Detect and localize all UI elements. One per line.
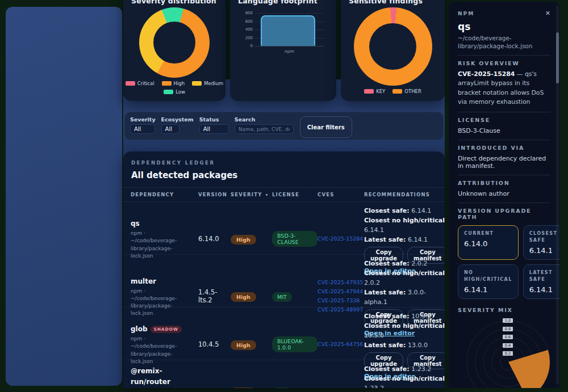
risk-overview-heading: RISK OVERVIEW <box>458 60 550 66</box>
legend-item-high[interactable]: High <box>162 81 185 86</box>
sort-descending-icon[interactable]: ▾ <box>266 192 269 197</box>
close-icon[interactable]: ✕ <box>545 10 550 17</box>
ecosystem-filter-group: Ecosystem All <box>161 116 194 134</box>
risk-overview-text: CVE-2025-15284 — qs's arrayLimit bypass … <box>458 70 550 107</box>
cve-link[interactable]: CVE-2025-7338 <box>318 297 364 305</box>
bar-plot: 800 600 400 200 0 <box>255 13 324 46</box>
table-row-multer[interactable]: multer npm · ~/code/beverage-library/pac… <box>123 255 445 307</box>
severity-mix-heading: SEVERITY MIX <box>458 307 550 313</box>
chart-title: Severity distribution <box>131 0 218 5</box>
license-heading: LICENSE <box>458 117 550 123</box>
license-value: BSD-3-Clause <box>458 127 550 134</box>
column-header-severity[interactable]: SEVERITY▾ <box>231 192 272 197</box>
sensitive-findings-card: Sensitive findings KEY OTHER <box>341 0 445 101</box>
recommendations-cell: Closest safe: 1.23.2 Closest no high/cri… <box>364 360 445 388</box>
upgrade-card-no-high-critical[interactable]: NO HIGH/CRITICAL 6.14.1 <box>458 264 519 299</box>
rec-label-latest-safe: Latest safe: <box>364 289 406 296</box>
severity-filter-label: Severity <box>130 116 156 123</box>
upgrade-card-label: CURRENT <box>464 230 512 237</box>
status-filter-select[interactable]: All <box>199 124 229 134</box>
attribution-heading: ATTRIBUTION <box>458 180 550 186</box>
rec-value-closest-safe: 6.14.1 <box>411 207 431 214</box>
legend-item-critical[interactable]: Critical <box>126 81 154 86</box>
polar-tick-label: 0.2 <box>503 351 513 356</box>
version-cell: 1.23.0 <box>198 387 231 389</box>
rec-label-no-high-critical: Closest no high/critical: <box>364 217 445 224</box>
legend-item-medium[interactable]: Medium <box>192 81 223 86</box>
dependency-cell: multer npm · ~/code/beverage-library/pac… <box>131 275 198 317</box>
rec-label-closest-safe: Closest safe: <box>364 313 410 320</box>
severity-cell: High <box>231 386 272 389</box>
column-header-severity-label: SEVERITY <box>231 192 262 197</box>
dependency-path: npm · ~/code/beverage-library/package-lo… <box>131 288 192 317</box>
chart-title: Language footprint <box>238 0 328 5</box>
medium-swatch-icon <box>192 81 202 86</box>
package-name: qs <box>458 21 550 32</box>
column-header-recommendations: RECOMMENDATIONS <box>364 192 437 197</box>
cve-link[interactable]: CVE-2025-47935 <box>318 279 364 286</box>
upgrade-card-latest-safe[interactable]: LATEST SAFE 6.14.1 <box>523 264 559 299</box>
severity-badge: High <box>231 387 256 389</box>
polar-tick-label: 0.4 <box>503 343 513 348</box>
attribution-value: Unknown author <box>458 190 550 197</box>
cve-link[interactable]: CVE-2025-48997 <box>318 306 364 314</box>
low-swatch-icon <box>164 90 173 94</box>
drawer-scrollbar-thumb[interactable] <box>556 32 559 83</box>
license-cell: MIT <box>272 290 318 302</box>
table-row-remix-run-router[interactable]: @remix-run/router npm · ~/code/beverage-… <box>123 360 445 388</box>
cve-link[interactable]: CVE-2026-22029 <box>318 387 364 388</box>
rec-label-closest-safe: Closest safe: <box>364 365 410 373</box>
cve-link[interactable]: CVE-2025-64756 <box>318 340 364 348</box>
table-row-qs[interactable]: qs npm · ~/code/beverage-library/package… <box>123 202 445 255</box>
legend-label: OTHER <box>404 88 421 94</box>
legend-label: Critical <box>137 81 154 86</box>
cve-link[interactable]: CVE-2025-15284 <box>318 235 364 243</box>
rec-label-latest-safe: Latest safe: <box>364 342 406 349</box>
column-header-license[interactable]: LICENSE <box>272 192 318 197</box>
rec-label-closest-safe: Closest safe: <box>364 207 410 214</box>
legend-item-low[interactable]: Low <box>164 89 185 95</box>
status-filter-label: Status <box>199 116 229 123</box>
upgrade-card-current[interactable]: CURRENT 6.14.0 <box>458 225 519 260</box>
dependency-path: npm · ~/code/beverage-library/package-lo… <box>131 230 192 259</box>
divider <box>458 203 550 203</box>
drawer-scrollbar-track[interactable] <box>556 5 559 385</box>
y-tick: 0 <box>239 44 253 48</box>
column-header-cves[interactable]: CVES <box>318 192 364 197</box>
upgrade-card-value: 6.14.1 <box>529 246 558 255</box>
package-path: ~/code/beverage-library/package-lock.jso… <box>458 35 550 50</box>
rec-label-no-high-critical: Closest no high/critical: <box>364 322 445 330</box>
table-title: All detected packages <box>131 170 437 180</box>
filter-bar: Severity All Ecosystem All Status All Se… <box>124 112 444 140</box>
upgrade-card-label: CLOSEST SAFE <box>529 230 558 244</box>
clear-filters-button[interactable]: Clear filters <box>300 116 352 138</box>
search-input[interactable] <box>235 124 294 134</box>
rec-value-closest-safe: 2.0.2 <box>411 260 427 267</box>
divider <box>458 175 550 175</box>
severity-filter-select[interactable]: All <box>130 124 155 134</box>
gridline <box>255 13 324 14</box>
ecosystem-filter-select[interactable]: All <box>161 124 179 134</box>
severity-badge: High <box>231 292 256 302</box>
critical-swatch-icon <box>126 81 135 86</box>
column-header-version[interactable]: VERSION <box>198 192 231 197</box>
upgrade-card-value: 6.14.1 <box>464 285 512 294</box>
legend-label: Low <box>176 89 185 95</box>
severity-cell: High <box>231 290 272 302</box>
severity-badge: High <box>231 340 256 350</box>
rec-label-closest-safe: Closest safe: <box>364 260 410 267</box>
severity-donut <box>139 7 210 78</box>
upgrade-path-grid: CURRENT 6.14.0 CLOSEST SAFE 6.14.1 NO HI… <box>458 225 550 299</box>
legend-item-other[interactable]: OTHER <box>392 88 421 94</box>
severity-legend-row1: Critical High Medium <box>131 81 218 86</box>
cves-cell: CVE-2025-47935 CVE-2025-47944 CVE-2025-7… <box>318 279 364 313</box>
upgrade-card-closest-safe[interactable]: CLOSEST SAFE 6.14.1 <box>523 225 559 260</box>
cve-link[interactable]: CVE-2025-47944 <box>318 288 364 296</box>
severity-mix-wedge <box>508 350 550 388</box>
column-header-dependency[interactable]: DEPENDENCY <box>131 192 198 197</box>
y-tick: 600 <box>239 19 253 24</box>
legend-item-key[interactable]: KEY <box>364 88 385 94</box>
severity-mix-chart: 1.00.80.60.40.2 <box>458 315 550 388</box>
dependency-name: qs <box>131 220 140 227</box>
polar-tick-label: 0.6 <box>503 335 513 339</box>
